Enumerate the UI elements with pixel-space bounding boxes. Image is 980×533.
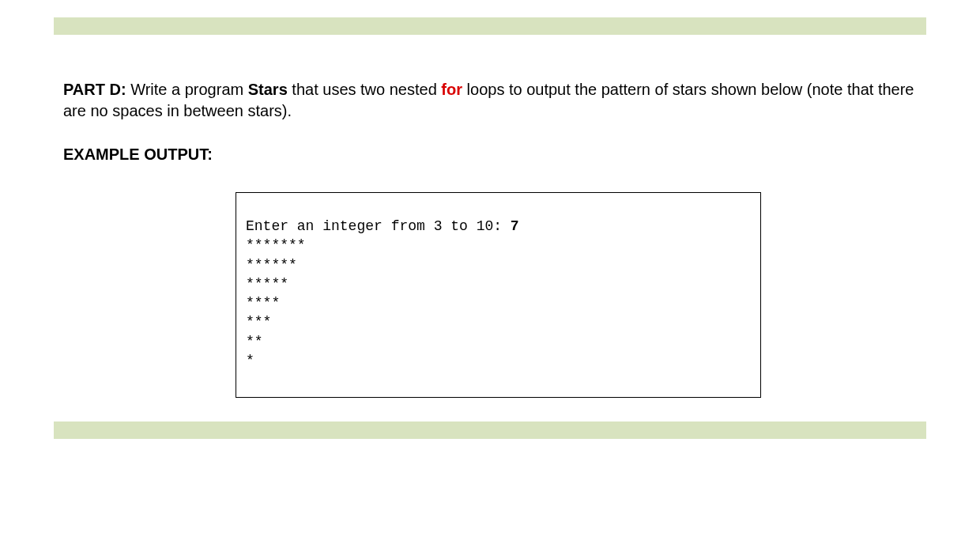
output-star-line: **** <box>246 293 751 312</box>
for-keyword: for <box>441 81 462 98</box>
program-name: Stars <box>248 81 288 98</box>
output-prompt-line: Enter an integer from 3 to 10: 7 <box>246 217 751 236</box>
output-user-input: 7 <box>511 218 519 234</box>
part-label: PART D: <box>63 81 126 98</box>
output-star-line: ** <box>246 332 751 351</box>
example-output-label: EXAMPLE OUTPUT: <box>63 144 917 165</box>
decorative-bar-top <box>54 17 926 35</box>
decorative-bar-bottom <box>54 421 926 439</box>
example-output-box: Enter an integer from 3 to 10: 7 *******… <box>236 192 761 398</box>
instruction-text-1: Write a program <box>126 81 248 98</box>
output-star-line: ***** <box>246 274 751 293</box>
instruction-text-2: that uses two nested <box>288 81 442 98</box>
output-star-line: ******* <box>246 236 751 255</box>
output-star-line: *** <box>246 312 751 331</box>
output-star-line: ****** <box>246 255 751 274</box>
instruction-paragraph: PART D: Write a program Stars that uses … <box>63 79 917 122</box>
output-star-line: * <box>246 351 751 370</box>
output-prompt: Enter an integer from 3 to 10: <box>246 218 511 234</box>
document-page: PART D: Write a program Stars that uses … <box>0 17 980 439</box>
document-content: PART D: Write a program Stars that uses … <box>63 79 917 398</box>
